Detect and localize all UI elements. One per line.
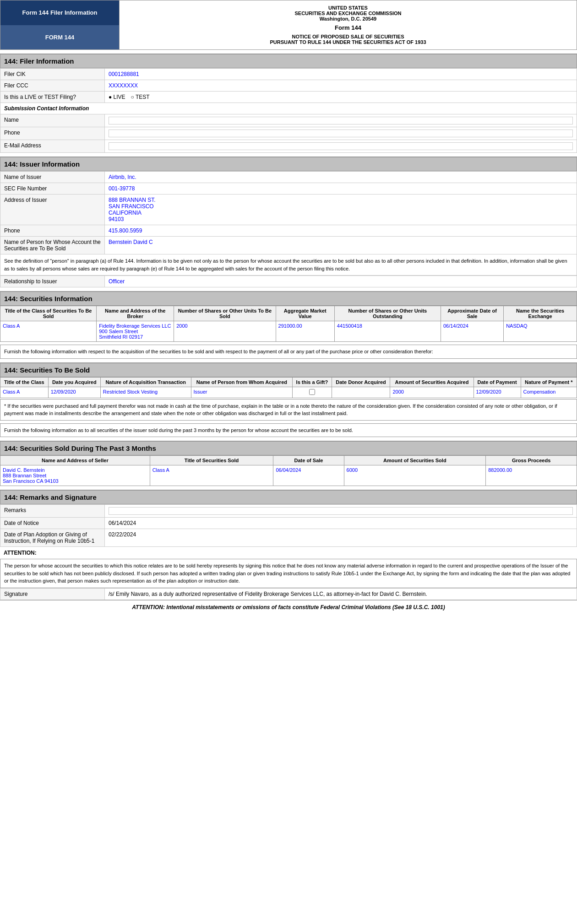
issuer-name-label: Name of Issuer bbox=[0, 172, 105, 183]
contact-info-header-row: Submission Contact Information bbox=[0, 103, 577, 114]
amount-sold-cell: 6000 bbox=[344, 465, 486, 486]
sec-file-label: SEC File Number bbox=[0, 183, 105, 195]
filer-cik-label: Filer CIK bbox=[0, 69, 105, 80]
contact-info-label: Submission Contact Information bbox=[0, 103, 577, 114]
person-name-row: Name of Person for Whose Account the Sec… bbox=[0, 237, 577, 254]
sec-file-row: SEC File Number 001-39778 bbox=[0, 183, 577, 195]
sold-person-cell: Issuer bbox=[191, 387, 293, 398]
col-market-value-header: Aggregate Market Value bbox=[276, 306, 334, 321]
class-cell: Class A bbox=[0, 321, 97, 342]
remarks-input[interactable] bbox=[109, 507, 573, 515]
plan-date-row: Date of Plan Adoption or Giving of Instr… bbox=[0, 529, 577, 547]
filer-section-header: 144: Filer Information bbox=[0, 54, 577, 68]
form-title: Form 144 bbox=[124, 24, 572, 31]
name-input[interactable] bbox=[109, 117, 573, 124]
furnish-text1: Furnish the following information with r… bbox=[0, 345, 577, 359]
sold-class-cell: Class A bbox=[0, 387, 49, 398]
person-name-label: Name of Person for Whose Account the Sec… bbox=[0, 237, 105, 254]
filer-ccc-value: XXXXXXXX bbox=[105, 80, 577, 92]
col-date-acquired: Date you Acquired bbox=[48, 377, 100, 387]
issuer-section-header: 144: Issuer Information bbox=[0, 157, 577, 171]
remarks-input-cell bbox=[105, 505, 577, 518]
phone-row: Phone bbox=[0, 127, 577, 140]
sold-nature-cell: Restricted Stock Vesting bbox=[100, 387, 191, 398]
email-input-cell bbox=[105, 140, 577, 153]
title-sold-cell: Class A bbox=[150, 465, 273, 486]
agency-line1: UNITED STATES bbox=[124, 5, 572, 11]
address-row: Address of Issuer 888 BRANNAN ST. SAN FR… bbox=[0, 195, 577, 225]
col-date-of-sale: Date of Sale bbox=[273, 456, 344, 465]
col-broker-header: Name and Address of the Broker bbox=[97, 306, 174, 321]
sold-date-acq-cell: 12/09/2020 bbox=[48, 387, 100, 398]
col-seller: Name and Address of Seller bbox=[0, 456, 150, 465]
sec-file-value: 001-39778 bbox=[105, 183, 577, 195]
live-test-row: Is this a LIVE or TEST Filing? ● LIVE ○ … bbox=[0, 92, 577, 103]
securities-info-header: 144: Securities Information bbox=[0, 291, 577, 306]
agency-header: UNITED STATES SECURITIES AND EXCHANGE CO… bbox=[120, 0, 577, 50]
col-is-gift: Is this a Gift? bbox=[293, 377, 332, 387]
address-value: 888 BRANNAN ST. SAN FRANCISCO CALIFORNIA… bbox=[105, 195, 577, 225]
exchange-cell: NASDAQ bbox=[504, 321, 577, 342]
relationship-label: Relationship to Issuer bbox=[0, 276, 105, 287]
live-test-value: ● LIVE ○ TEST bbox=[105, 92, 577, 103]
col-person-acquired: Name of Person from Whom Acquired bbox=[191, 377, 293, 387]
issuer-phone-row: Phone 415.800.5959 bbox=[0, 225, 577, 237]
phone-input-cell bbox=[105, 127, 577, 140]
attention-text: The person for whose account the securit… bbox=[0, 559, 577, 588]
col-nature-acq: Nature of Acquisition Transaction bbox=[100, 377, 191, 387]
col-gross-proceeds: Gross Proceeds bbox=[486, 456, 577, 465]
past3months-header-row: Name and Address of Seller Title of Secu… bbox=[0, 456, 577, 465]
email-label: E-Mail Address bbox=[0, 140, 105, 153]
notice-line2: PURSUANT TO RULE 144 UNDER THE SECURITIE… bbox=[124, 39, 572, 45]
footer-attention: ATTENTION: Intentional misstatements or … bbox=[0, 600, 577, 614]
notice-line1: NOTICE OF PROPOSED SALE OF SECURITIES bbox=[124, 34, 572, 39]
sold-amount-cell: 2000 bbox=[390, 387, 474, 398]
phone-input[interactable] bbox=[109, 130, 573, 137]
filer-cik-value: 0001288881 bbox=[105, 69, 577, 80]
relationship-row: Relationship to Issuer Officer bbox=[0, 276, 577, 287]
name-row: Name bbox=[0, 114, 577, 127]
relationship-value: Officer bbox=[105, 276, 577, 287]
broker-cell: Fidelity Brokerage Services LLC900 Salem… bbox=[97, 321, 174, 342]
furnish-text2: Furnish the following information as to … bbox=[0, 423, 577, 438]
issuer-name-value: Airbnb, Inc. bbox=[105, 172, 577, 183]
signature-label: Signature bbox=[0, 588, 105, 600]
name-input-cell bbox=[105, 114, 577, 127]
table-row: Class A Fidelity Brokerage Services LLC9… bbox=[0, 321, 577, 342]
gift-checkbox[interactable] bbox=[309, 389, 315, 395]
market-value-cell: 291000.00 bbox=[276, 321, 334, 342]
securities-sold-header-row: Title of the Class Date you Acquired Nat… bbox=[0, 377, 577, 387]
signature-row: Signature /s/ Emily Navaro, as a duly au… bbox=[0, 588, 577, 600]
col-exchange-header: Name the Securities Exchange bbox=[504, 306, 577, 321]
remarks-label: Remarks bbox=[0, 505, 105, 518]
past3months-header: 144: Securities Sold During The Past 3 M… bbox=[0, 441, 577, 455]
outstanding-cell: 441500418 bbox=[334, 321, 441, 342]
issuer-phone-label: Phone bbox=[0, 225, 105, 237]
col-date-sale-header: Approximate Date of Sale bbox=[441, 306, 503, 321]
filer-info-header: Form 144 Filer Information bbox=[0, 0, 120, 25]
date-of-sale-cell: 06/04/2024 bbox=[273, 465, 344, 486]
date-notice-value: 06/14/2024 bbox=[105, 518, 577, 529]
col-date-donor: Date Donor Acquired bbox=[332, 377, 390, 387]
issuer-info-text: See the definition of "person" in paragr… bbox=[0, 254, 577, 276]
email-input[interactable] bbox=[109, 142, 573, 150]
live-test-label: Is this a LIVE or TEST Filing? bbox=[0, 92, 105, 103]
table-row: David C. Bernstein888 Brannan StreetSan … bbox=[0, 465, 577, 486]
agency-line2: SECURITIES AND EXCHANGE COMMISSION bbox=[124, 11, 572, 16]
test-radio[interactable]: ○ TEST bbox=[131, 94, 150, 100]
col-title-class: Title of the Class bbox=[0, 377, 49, 387]
date-sale-cell: 06/14/2024 bbox=[441, 321, 503, 342]
date-notice-row: Date of Notice 06/14/2024 bbox=[0, 518, 577, 529]
sold-date-payment-cell: 12/09/2020 bbox=[474, 387, 521, 398]
securities-info-header-row: Title of the Class of Securities To Be S… bbox=[0, 306, 577, 321]
attention-label: ATTENTION: bbox=[0, 547, 577, 559]
col-amount-acq: Amount of Securities Acquired bbox=[390, 377, 474, 387]
plan-date-value: 02/22/2024 bbox=[105, 529, 577, 547]
col-shares-header: Number of Shares or Other Units To Be So… bbox=[174, 306, 276, 321]
live-radio[interactable]: ● LIVE bbox=[109, 94, 125, 100]
person-name-value: Bernstein David C bbox=[105, 237, 577, 254]
col-nature-payment: Nature of Payment * bbox=[521, 377, 577, 387]
form144-label: FORM 144 bbox=[0, 25, 120, 50]
signature-value: /s/ Emily Navaro, as a duly authorized r… bbox=[105, 588, 577, 600]
issuer-name-row: Name of Issuer Airbnb, Inc. bbox=[0, 172, 577, 183]
